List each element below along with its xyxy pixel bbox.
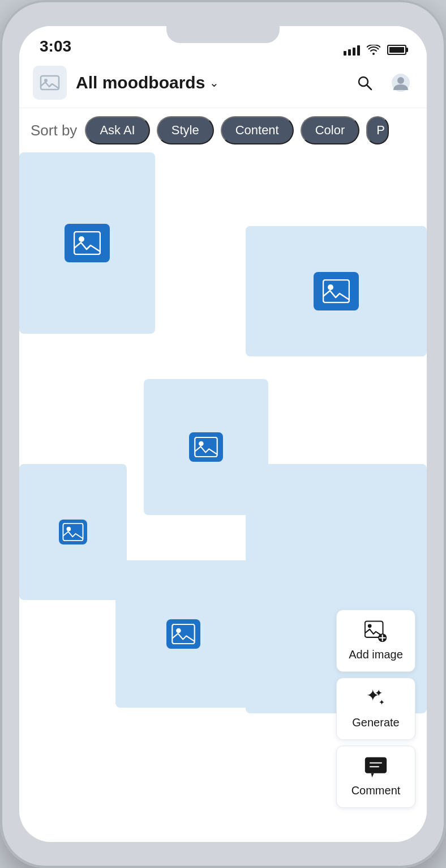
- phone-screen: 3:03: [19, 26, 427, 842]
- svg-marker-25: [371, 773, 374, 778]
- chip-ask-ai[interactable]: Ask AI: [85, 116, 149, 144]
- status-time: 3:03: [40, 26, 71, 56]
- svg-rect-6: [74, 232, 100, 254]
- header-title-area[interactable]: All moodboards ⌄: [76, 73, 343, 92]
- signal-icon: [344, 44, 360, 56]
- svg-point-1: [44, 79, 48, 82]
- battery-icon: [387, 45, 406, 55]
- comment-icon: [364, 756, 387, 780]
- all-moodboards-title: All moodboards: [76, 73, 205, 92]
- chip-style[interactable]: Style: [157, 116, 214, 144]
- chip-content[interactable]: Content: [221, 116, 294, 144]
- svg-rect-0: [41, 76, 59, 90]
- comment-button[interactable]: Comment: [336, 746, 415, 808]
- svg-rect-10: [195, 437, 217, 457]
- image-placeholder-5: [166, 619, 200, 649]
- svg-text:✦: ✦: [375, 688, 383, 699]
- chip-more[interactable]: P: [366, 116, 389, 144]
- generate-icon: ✦ ✦ ✦: [364, 688, 387, 712]
- svg-point-17: [368, 624, 372, 628]
- add-image-label: Add image: [349, 648, 403, 661]
- svg-rect-8: [323, 280, 349, 303]
- app-logo: [33, 66, 67, 100]
- image-icon-1: [74, 231, 101, 255]
- image-placeholder-2: [314, 272, 359, 310]
- image-placeholder-4: [59, 520, 87, 544]
- mosaic-item-5[interactable]: [115, 560, 251, 708]
- dropdown-chevron-icon: ⌄: [209, 76, 219, 90]
- moodboard-area[interactable]: Add image ✦ ✦ ✦ Generate: [19, 152, 427, 842]
- add-image-icon: [364, 620, 387, 644]
- comment-label: Comment: [351, 784, 401, 797]
- image-placeholder-3: [189, 432, 223, 462]
- generate-button[interactable]: ✦ ✦ ✦ Generate: [336, 678, 415, 740]
- logo-icon: [40, 74, 60, 92]
- search-icon: [356, 74, 373, 91]
- svg-point-7: [79, 236, 84, 242]
- image-icon-5: [171, 624, 195, 644]
- svg-line-3: [367, 85, 371, 90]
- svg-text:✦: ✦: [379, 698, 385, 707]
- sort-by-label: Sort by: [31, 122, 77, 139]
- svg-point-11: [199, 441, 204, 446]
- image-placeholder-1: [65, 224, 110, 262]
- action-panel: Add image ✦ ✦ ✦ Generate: [336, 610, 415, 808]
- add-image-button[interactable]: Add image: [336, 610, 415, 672]
- image-icon-2: [323, 279, 350, 303]
- image-icon-3: [194, 437, 218, 457]
- svg-point-13: [67, 527, 71, 531]
- search-button[interactable]: [352, 70, 377, 95]
- phone-frame: 3:03: [0, 0, 446, 868]
- svg-point-15: [176, 628, 181, 633]
- svg-point-9: [328, 284, 333, 290]
- header: All moodboards ⌄: [19, 60, 427, 108]
- profile-icon: [391, 73, 410, 92]
- notch: [166, 26, 280, 43]
- generate-label: Generate: [352, 716, 399, 729]
- wifi-icon: [367, 45, 380, 55]
- chip-color[interactable]: Color: [301, 116, 360, 144]
- filter-chips: Ask AI Style Content Color P: [85, 116, 389, 144]
- status-icons: [344, 33, 406, 56]
- mosaic-item-2[interactable]: [246, 226, 427, 356]
- svg-rect-12: [63, 524, 83, 541]
- filter-bar: Sort by Ask AI Style Content Color P: [19, 108, 427, 152]
- header-actions: [352, 70, 413, 95]
- svg-rect-14: [172, 624, 194, 644]
- profile-button[interactable]: [388, 70, 413, 95]
- image-icon-4: [62, 523, 84, 541]
- mosaic-item-1[interactable]: [19, 152, 155, 334]
- mosaic-item-4[interactable]: [19, 464, 127, 600]
- svg-rect-24: [365, 758, 387, 773]
- svg-point-5: [397, 77, 404, 84]
